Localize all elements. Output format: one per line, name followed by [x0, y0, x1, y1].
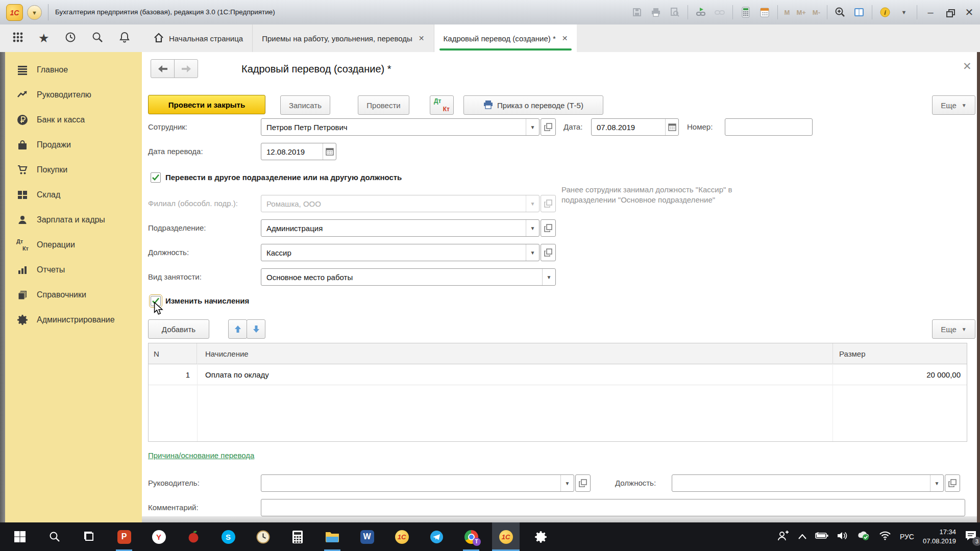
manager-position-combo[interactable]: ▼ [672, 474, 944, 492]
transfer-checkbox-label[interactable]: Перевести в другое подразделение или на … [165, 169, 402, 186]
sidebar-item-directories[interactable]: Справочники [5, 282, 142, 307]
taskbar-app-yandex-browser[interactable]: Y [145, 522, 173, 551]
taskbar-app-1c[interactable]: 1С [388, 522, 415, 551]
calendar-icon[interactable] [758, 6, 771, 18]
taskbar-app-powerpoint[interactable]: P [110, 522, 138, 551]
notification-center-icon[interactable]: 3 [965, 530, 977, 543]
dtkt-postings-button[interactable]: ДтКт [430, 95, 454, 115]
accruals-table[interactable]: N Начисление Размер 1 Оплата по окладу 2… [148, 343, 967, 442]
post-button[interactable]: Провести [358, 95, 409, 115]
sidebar-item-bank-cash[interactable]: Банк и касса [5, 107, 142, 132]
table-row[interactable]: 1 Оплата по окладу 20 000,00 [149, 364, 967, 385]
print-icon[interactable] [650, 6, 662, 18]
chevron-down-icon[interactable]: ▼ [930, 475, 943, 491]
transfer-order-button[interactable]: Приказ о переводе (Т-5) [463, 95, 603, 115]
position-open-button[interactable] [541, 244, 556, 261]
start-button[interactable] [6, 522, 34, 551]
more-button-top[interactable]: Еще▼ [932, 95, 975, 115]
transfer-checkbox[interactable] [151, 172, 161, 183]
notifications-bell-icon[interactable] [118, 31, 131, 45]
volume-icon[interactable] [837, 531, 848, 542]
taskbar-app-calculator[interactable] [284, 522, 311, 551]
comment-input[interactable] [261, 499, 965, 516]
transfer-date-input[interactable]: 12.08.2019 [261, 143, 336, 160]
taskbar-app-telegram[interactable] [423, 522, 450, 551]
tab-close-icon[interactable]: ✕ [419, 34, 425, 42]
tab-personnel-transfer[interactable]: Кадровый перевод (создание) * ✕ [434, 24, 577, 52]
form-close-icon[interactable]: ✕ [963, 60, 972, 72]
chevron-down-icon[interactable]: ▼ [526, 244, 539, 261]
change-accruals-label[interactable]: Изменить начисления [165, 292, 249, 310]
calendar-icon[interactable] [665, 119, 678, 135]
minimize-icon[interactable]: – [924, 6, 937, 18]
zoom-icon[interactable] [834, 6, 846, 18]
tab-close-icon[interactable]: ✕ [562, 34, 568, 42]
tab-hiring-transfers[interactable]: Приемы на работу, увольнения, переводы ✕ [253, 24, 434, 52]
taskbar-app-word[interactable]: W [353, 522, 381, 551]
taskbar-app-settings[interactable] [527, 522, 554, 551]
chevron-down-icon[interactable]: ▼ [526, 119, 539, 135]
save-icon[interactable] [631, 6, 643, 18]
restore-icon[interactable] [944, 6, 956, 18]
sidebar-item-main[interactable]: Главное [5, 57, 142, 82]
transfer-reason-link[interactable]: Причина/основание перевода [148, 451, 254, 460]
employee-combo[interactable]: Петров Петр Петрович ▼ [261, 118, 540, 136]
department-open-button[interactable] [541, 219, 556, 237]
history-icon[interactable] [64, 31, 77, 45]
print-preview-icon[interactable] [669, 6, 681, 18]
chevron-down-icon[interactable]: ▼ [560, 475, 574, 491]
sidebar-item-reports[interactable]: Отчеты [5, 257, 142, 282]
calculator-icon[interactable] [740, 6, 752, 18]
tray-expand-chevron-icon[interactable] [798, 532, 806, 541]
employment-type-combo[interactable]: Основное место работы ▼ [261, 268, 556, 286]
department-combo[interactable]: Администрация ▼ [261, 219, 540, 237]
move-down-button[interactable] [247, 319, 265, 339]
taskbar-app-clock[interactable] [249, 522, 277, 551]
sidebar-item-purchases[interactable]: Покупки [5, 157, 142, 182]
taskbar-search-icon[interactable] [41, 522, 68, 551]
go-link-icon[interactable] [695, 6, 707, 18]
close-icon[interactable]: ✕ [963, 6, 976, 18]
doc-date-input[interactable]: 07.08.2019 [591, 118, 679, 136]
chevron-down-icon[interactable]: ▼ [542, 269, 555, 285]
taskbar-app-skype[interactable]: S [214, 522, 242, 551]
dropdown-icon[interactable]: ▼ [898, 6, 910, 18]
sidebar-item-sales[interactable]: Продажи [5, 132, 142, 157]
manager-position-open-button[interactable] [945, 474, 960, 492]
get-link-icon[interactable] [714, 6, 726, 18]
split-window-icon[interactable] [853, 6, 865, 18]
back-button[interactable] [151, 59, 175, 78]
taskbar-app-apple[interactable] [180, 522, 207, 551]
position-combo[interactable]: Кассир ▼ [261, 244, 540, 261]
add-row-button[interactable]: Добавить [148, 319, 209, 339]
sidebar-item-administration[interactable]: Администрирование [5, 307, 142, 332]
post-and-close-button[interactable]: Провести и закрыть [148, 95, 265, 114]
sidebar-item-warehouse[interactable]: Склад [5, 182, 142, 207]
wifi-icon[interactable] [879, 531, 891, 542]
system-menu-button[interactable]: ▼ [27, 5, 42, 20]
memory-m-button[interactable]: M [785, 9, 790, 16]
sidebar-item-manager[interactable]: Руководителю [5, 82, 142, 107]
number-input[interactable] [725, 118, 813, 136]
sidebar-item-operations[interactable]: ДтКт Операции [5, 232, 142, 257]
favorites-star-icon[interactable]: ★ [38, 33, 50, 44]
manager-open-button[interactable] [575, 474, 591, 492]
task-view-icon[interactable] [76, 522, 103, 551]
battery-icon[interactable] [815, 532, 828, 541]
people-icon[interactable] [777, 530, 790, 543]
tab-home[interactable]: Начальная страница [144, 24, 253, 52]
employee-open-button[interactable] [541, 118, 556, 136]
chevron-down-icon[interactable]: ▼ [526, 220, 539, 236]
forward-button[interactable] [174, 59, 198, 78]
memory-m-plus-button[interactable]: M+ [796, 9, 805, 16]
onedrive-icon[interactable] [857, 531, 870, 543]
write-button[interactable]: Записать [280, 95, 330, 115]
taskbar-app-1c-active[interactable]: 1С [492, 522, 520, 551]
search-icon[interactable] [91, 31, 104, 45]
apps-grid-icon[interactable] [12, 32, 23, 45]
more-button-table[interactable]: Еще▼ [932, 319, 975, 339]
taskbar-app-explorer[interactable] [318, 522, 346, 551]
sidebar-item-payroll-hr[interactable]: Зарплата и кадры [5, 207, 142, 232]
manager-combo[interactable]: ▼ [261, 474, 574, 492]
memory-m-minus-button[interactable]: M- [813, 9, 820, 16]
